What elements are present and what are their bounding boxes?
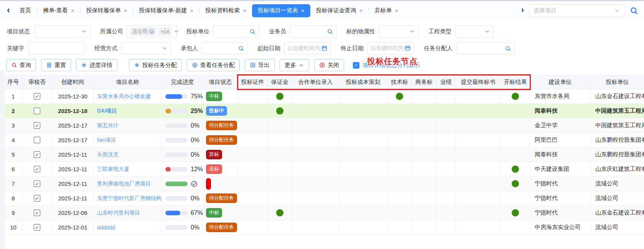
project-name-link[interactable]: dddddd: [97, 224, 115, 231]
start-date-input[interactable]: 以创建时间为准: [284, 42, 331, 54]
tab-4[interactable]: 投标资料检索×: [199, 4, 252, 17]
project-name-link[interactable]: 东营宁德时代新厂房钢结构工: [97, 195, 162, 202]
row-checkbox[interactable]: [34, 137, 40, 143]
project-name-link[interactable]: 头孢沃克: [97, 151, 119, 158]
project-status-select[interactable]: [34, 25, 91, 38]
assign-task-button[interactable]: 投标任务分配: [129, 59, 182, 71]
tab-close-icon[interactable]: ×: [190, 8, 194, 13]
cell-created-date: 2025-12-18: [52, 104, 94, 118]
tabs-scroll-left-icon[interactable]: ‹: [7, 5, 10, 15]
view-assign-button[interactable]: 查看任务分配: [187, 59, 240, 71]
task-assigner-input[interactable]: [456, 42, 515, 54]
project-name-link[interactable]: 三联家电大厦: [97, 166, 129, 173]
cell-index: 7: [5, 177, 22, 191]
cell-status: 待分配任务: [203, 118, 238, 133]
table-row[interactable]: 8✓2025-12-11东营宁德时代新厂房钢结构工0%待分配任务宁德时代流域公司: [5, 191, 644, 206]
table-row[interactable]: 6✓2025-12-11三联家电大厦12%流标中天建设集团山东庆虹建筑工程有: [5, 162, 644, 177]
tab-close-icon[interactable]: ×: [395, 8, 399, 13]
button-label: 投标任务分配: [142, 62, 177, 69]
row-checkbox[interactable]: [34, 108, 40, 114]
business-mode-select[interactable]: [121, 42, 171, 54]
table-row[interactable]: 22025-12-18DAI项目25%投标中闻泰科技中国建筑第五工程局: [5, 104, 644, 118]
tab-label: 摊单-查看: [43, 7, 68, 14]
tab-6[interactable]: 投标保证金查询×: [310, 4, 369, 17]
contractor-input[interactable]: [202, 42, 248, 54]
subject-attr-select[interactable]: [379, 25, 419, 38]
cell-task-提交最终标书: [456, 191, 501, 205]
row-checkbox[interactable]: ✓: [34, 122, 40, 129]
more-button[interactable]: 更多: [280, 59, 309, 71]
cell-task-业绩: [436, 220, 456, 234]
tab-7[interactable]: 弃标单×: [369, 4, 404, 17]
project-name-link[interactable]: 东营水务局办公楼改建: [97, 93, 151, 100]
tab-close-icon[interactable]: ×: [124, 8, 127, 13]
project-type-select[interactable]: [455, 25, 494, 38]
progress-detail-button[interactable]: 进度详情: [76, 59, 117, 71]
project-name-link[interactable]: lian项目: [97, 137, 116, 144]
cell-task-投标成本策划: [339, 89, 387, 103]
salesman-input[interactable]: [290, 25, 337, 38]
row-checkbox[interactable]: ✓: [34, 166, 40, 172]
search-icon[interactable]: [629, 6, 639, 15]
tab-3[interactable]: 投保转履保单-新建×: [133, 4, 199, 17]
cell-task-开标结果: [501, 118, 530, 133]
table-row[interactable]: 10✓2025-12-01dddddd0%待分配任务中房海东实业公司流域公司: [5, 220, 644, 235]
cell-task-业绩: [436, 118, 456, 133]
tab-5[interactable]: 投标项目一览表×: [252, 4, 310, 17]
tab-close-icon[interactable]: ×: [71, 8, 74, 13]
query-button[interactable]: 查询: [6, 59, 36, 71]
bid-unit-input[interactable]: [213, 25, 259, 38]
cell-builder: 阿里巴巴: [530, 133, 591, 147]
tab-2[interactable]: 投保转履保单×: [81, 4, 133, 17]
row-checkbox[interactable]: ✓: [34, 151, 40, 158]
tab-close-icon[interactable]: ×: [301, 8, 305, 13]
row-checkbox[interactable]: ✓: [34, 224, 40, 231]
tab-1[interactable]: 摊单-查看×: [37, 4, 80, 17]
project-name-link[interactable]: 垦利弗迪电池厂房项目: [97, 180, 151, 187]
progress-fill: [165, 109, 171, 113]
project-select[interactable]: 选择项目: [529, 4, 624, 17]
close-button[interactable]: 关闭: [314, 59, 344, 71]
project-name-link[interactable]: 山东时代垦利项目: [97, 210, 140, 216]
cell-created-date: 2025-12-06: [52, 206, 94, 220]
progress-track: [165, 123, 188, 128]
filter-row-1: 项目状态所属公司总公司×+14投标单位业务员标的物属性工程类型: [7, 25, 637, 38]
column-header-10: 技术标: [387, 75, 412, 89]
table-row[interactable]: 5✓2025-12-11头孢沃克0%弃标闻泰科技山东鹏程控股集团有: [5, 147, 644, 162]
reset-button[interactable]: 重置: [41, 59, 71, 71]
row-checkbox[interactable]: ✓: [34, 210, 40, 216]
tabs-overflow-right-icon[interactable]: ›: [521, 6, 524, 14]
row-checkbox[interactable]: ✓: [34, 180, 40, 187]
date-placeholder: 以创建时间为准: [288, 45, 321, 52]
table-row[interactable]: 7✓2025-12-11垦利弗迪电池厂房项目宁德时代流域公司: [5, 177, 644, 191]
tag-close-icon[interactable]: ×: [149, 29, 154, 34]
checkbox-checked-icon[interactable]: ✓: [353, 62, 359, 69]
tab-home[interactable]: 首页: [14, 4, 37, 17]
table-row[interactable]: 9✓2025-12-06山东时代垦利项目67%中标宁德时代山东金石建设工程有: [5, 206, 644, 220]
cell-progress: 0%: [162, 133, 203, 147]
table-row[interactable]: 1✓2025-12-30东营水务局办公楼改建75%中标东营市水务局山东金石建设工…: [5, 89, 644, 104]
table-row[interactable]: 42025-12-17lian项目0%待分配任务阿里巴巴山东鹏程控股集团有: [5, 133, 644, 147]
table-row[interactable]: 3✓2025-12-17第五共计0%待分配任务金卫中学中国建筑第五工程局: [5, 118, 644, 133]
cell-audited: ✓: [22, 89, 52, 103]
company-multiselect[interactable]: 总公司×+14: [127, 25, 177, 38]
project-name-link[interactable]: 第五共计: [97, 122, 119, 129]
tab-label: 投标项目一览表: [258, 7, 298, 14]
cell-task-业绩: [436, 104, 456, 118]
tag-label: 总公司: [133, 28, 148, 35]
keyword-input[interactable]: [28, 42, 85, 54]
chevron-down-icon: [161, 45, 168, 51]
status-badge: 流标: [206, 164, 222, 174]
row-checkbox[interactable]: ✓: [34, 93, 40, 100]
tab-close-icon[interactable]: ×: [243, 8, 246, 13]
project-name-link[interactable]: DAI项目: [97, 108, 117, 115]
filter-item: 承包人: [181, 42, 248, 54]
cell-progress: 0%: [162, 118, 203, 133]
cell-task-投标成本策划: [339, 206, 387, 220]
cell-status: 中标: [203, 206, 238, 220]
row-checkbox[interactable]: ✓: [34, 195, 40, 201]
export-button[interactable]: 导出: [245, 59, 275, 71]
end-date-input[interactable]: 以创建时间为准: [367, 42, 414, 54]
button-label: 重置: [54, 62, 66, 69]
tab-close-icon[interactable]: ×: [359, 8, 363, 13]
